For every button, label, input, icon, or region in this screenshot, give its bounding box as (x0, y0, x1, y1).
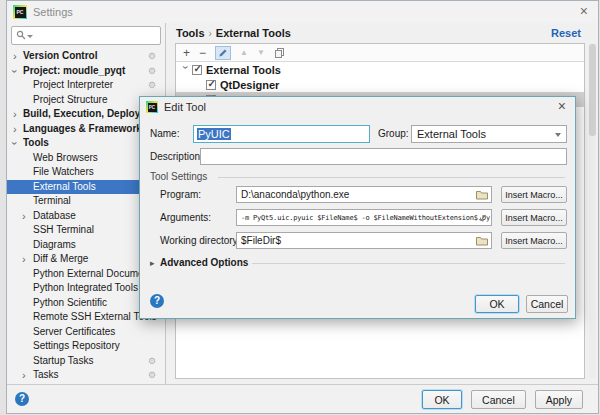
tree-toggle-icon[interactable] (13, 107, 22, 122)
description-input[interactable] (200, 148, 567, 165)
edit-tool-dialog: PC Edit Tool × Name: PyUIC Group: Extern… (139, 96, 576, 319)
checkbox[interactable] (192, 65, 202, 75)
sidebar-item-label: Web Browsers (33, 152, 98, 163)
working-directory-label: Working directory: (160, 235, 240, 246)
sidebar-item-label: Tasks (33, 369, 59, 380)
name-label: Name: (150, 128, 179, 139)
tree-row-root[interactable]: › External Tools (176, 62, 584, 77)
section-divider (218, 177, 565, 178)
sidebar-item-label: Project Structure (33, 94, 107, 105)
arguments-label: Arguments: (160, 212, 211, 223)
move-up-icon[interactable]: ▲ (240, 49, 248, 57)
working-directory-input[interactable]: $FileDir$ (236, 232, 492, 249)
advanced-options-toggle-icon[interactable]: ▸ (150, 258, 155, 268)
breadcrumb-separator: › (209, 28, 212, 39)
tree-toggle-icon[interactable]: › (180, 65, 192, 74)
sidebar-item-label: Project Interpreter (33, 79, 113, 90)
search-input[interactable] (11, 26, 161, 45)
folder-icon[interactable] (476, 236, 488, 248)
apply-button[interactable]: Apply (535, 390, 583, 409)
pycharm-logo-text: PC (15, 7, 26, 18)
add-icon[interactable]: + (183, 47, 190, 59)
pycharm-logo-icon: PC (13, 5, 27, 19)
breadcrumb-current: External Tools (216, 27, 291, 39)
sidebar-item[interactable]: Version Control ⚙ (7, 49, 165, 64)
group-label: Group: (378, 128, 409, 139)
tree-toggle-icon[interactable] (22, 252, 31, 267)
copy-icon[interactable] (274, 47, 285, 58)
ok-button[interactable]: OK (475, 295, 519, 313)
sidebar-item[interactable]: Project: moudle_pyqt ⚙ (7, 64, 165, 79)
sidebar-item-label: Languages & Frameworks (23, 123, 147, 134)
dialog-title: Edit Tool (164, 101, 206, 113)
program-value: D:\anaconda\python.exe (241, 189, 349, 200)
scrollbar[interactable] (589, 43, 596, 378)
pycharm-logo-text: PC (148, 103, 157, 112)
tool-settings-section-title: Tool Settings (150, 171, 207, 182)
tree-toggle-icon[interactable] (13, 136, 22, 151)
sidebar-item-label: Settings Repository (33, 340, 120, 351)
pycharm-logo-icon: PC (146, 101, 158, 113)
help-icon[interactable]: ? (150, 294, 164, 308)
sidebar-item-label: SSH Terminal (33, 224, 94, 235)
tree-toggle-icon[interactable] (22, 209, 31, 224)
program-label: Program: (160, 189, 201, 200)
dialog-buttons: OK Cancel Apply (422, 390, 583, 409)
sidebar-item[interactable]: Project Interpreter ⚙ (7, 78, 165, 93)
sidebar-item[interactable]: Server Certificates ⚙ (7, 325, 165, 340)
folder-icon[interactable] (476, 190, 488, 202)
sidebar-item[interactable]: Startup Tasks ⚙ (7, 354, 165, 369)
search-options-caret-icon[interactable] (27, 35, 33, 38)
sidebar-item-label: Diagrams (33, 239, 76, 250)
group-dropdown[interactable]: External Tools (411, 125, 567, 143)
breadcrumb-parent[interactable]: Tools (176, 27, 205, 39)
insert-macro-button-workdir[interactable]: Insert Macro... (501, 232, 567, 249)
tree-toggle-icon[interactable] (22, 368, 31, 383)
name-input[interactable]: PyUIC (193, 125, 370, 143)
reset-link[interactable]: Reset (551, 27, 581, 39)
scrollbar-thumb[interactable] (589, 44, 596, 136)
tree-root-label: External Tools (206, 64, 281, 76)
remove-icon[interactable]: − (199, 47, 206, 59)
move-down-icon[interactable]: ▼ (257, 49, 265, 57)
close-icon[interactable]: × (558, 98, 566, 114)
sidebar-item[interactable]: Settings Repository ⚙ (7, 339, 165, 354)
insert-macro-button-arguments[interactable]: Insert Macro... (501, 209, 567, 226)
expand-field-icon[interactable] (478, 213, 488, 225)
advanced-options-label[interactable]: Advanced Options (160, 257, 248, 268)
insert-macro-button-program[interactable]: Insert Macro... (501, 186, 567, 203)
search-icon (16, 30, 33, 40)
name-value-selected: PyUIC (197, 128, 231, 140)
tree-toggle-icon[interactable] (13, 49, 22, 64)
edit-icon[interactable] (215, 46, 231, 60)
gear-icon: ⚙ (148, 78, 156, 93)
group-value: External Tools (417, 128, 486, 140)
cancel-button[interactable]: Cancel (526, 295, 568, 313)
sidebar-item-label: Tools (23, 137, 49, 148)
window-title: Settings (33, 6, 73, 18)
arguments-input[interactable]: -m PyQt5.uic.pyuic $FileName$ -o $FileNa… (236, 209, 492, 226)
sidebar-item[interactable]: Tasks ⚙ (7, 368, 165, 383)
gear-icon: ⚙ (148, 368, 156, 383)
help-icon[interactable]: ? (15, 392, 29, 406)
gear-icon: ⚙ (148, 64, 156, 79)
chevron-down-icon (555, 133, 561, 137)
cancel-button[interactable]: Cancel (471, 390, 526, 409)
sidebar-item-label: Startup Tasks (33, 355, 93, 366)
close-icon[interactable]: × (580, 3, 588, 19)
sidebar-item-label: Database (33, 210, 76, 221)
tree-toggle-icon[interactable] (13, 64, 22, 79)
sidebar-item-label: External Tools (33, 181, 96, 192)
dialog-titlebar: PC Edit Tool × (140, 97, 575, 118)
tree-toggle-icon[interactable] (13, 122, 22, 137)
program-input[interactable]: D:\anaconda\python.exe (236, 186, 492, 203)
checkbox[interactable] (206, 80, 216, 90)
sidebar-item-label: Python Scientific (33, 297, 107, 308)
arguments-value: -m PyQt5.uic.pyuic $FileName$ -o $FileNa… (241, 214, 490, 222)
sidebar-item-label: Diff & Merge (33, 253, 88, 264)
sidebar-item-label: File Watchers (33, 166, 94, 177)
tree-row[interactable]: QtDesigner (176, 77, 584, 92)
gear-icon: ⚙ (148, 49, 156, 64)
settings-bottom-bar: ? OK Cancel Apply (7, 384, 598, 413)
ok-button[interactable]: OK (422, 390, 462, 409)
